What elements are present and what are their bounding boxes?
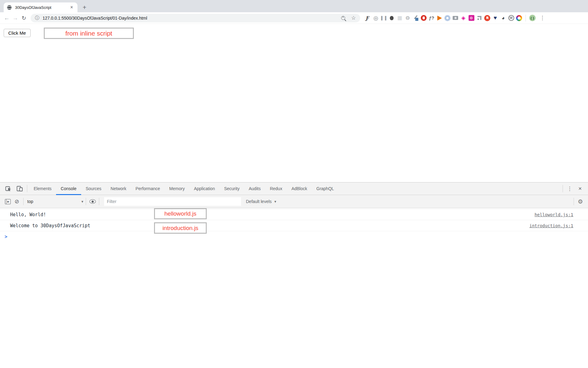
address-bar[interactable]: ⓘ 127.0.0.1:5500/30DaysOfJavaScript/01-D…: [31, 14, 360, 22]
browser-toolbar: ← → ↻ ⓘ 127.0.0.1:5500/30DaysOfJavaScrip…: [0, 12, 588, 24]
site-info-icon[interactable]: ⓘ: [35, 15, 39, 21]
w-circle-extension-icon[interactable]: W: [507, 14, 515, 22]
tab-memory[interactable]: Memory: [165, 182, 190, 195]
code-brackets-extension-icon[interactable]: ⊝: [404, 14, 412, 22]
bug-extension-icon[interactable]: [388, 14, 396, 22]
devtools-menu-icon[interactable]: ⋮: [565, 186, 575, 192]
toolbar-separator: [574, 198, 574, 205]
context-selector-value: top: [27, 199, 33, 204]
globe-favicon-icon: [7, 5, 12, 10]
zoom-icon[interactable]: [341, 16, 345, 20]
url-text[interactable]: 127.0.0.1:5500/30DaysOfJavaScript/01-Day…: [43, 16, 341, 21]
tab-redux[interactable]: Redux: [265, 182, 287, 195]
color-ring-extension-icon[interactable]: [515, 14, 523, 22]
stop-hand-extension-icon[interactable]: [420, 14, 428, 22]
graphql-playground-extension-icon[interactable]: ◈: [459, 14, 467, 22]
new-tab-button[interactable]: +: [80, 3, 89, 12]
tab-security[interactable]: Security: [220, 182, 244, 195]
console-message-text: Hello, World!: [10, 212, 46, 217]
context-selector[interactable]: top ▼: [27, 199, 84, 204]
tab-title: 30DaysOfJavaScript: [15, 5, 69, 10]
device-toolbar-icon[interactable]: [14, 184, 25, 194]
console-output: Hello, World! helloworld.js:1 Welcome to…: [0, 208, 588, 240]
megaphone-extension-icon[interactable]: [435, 14, 443, 22]
browser-tab[interactable]: 30DaysOfJavaScript ×: [4, 2, 77, 12]
clear-console-icon[interactable]: ⊘: [12, 197, 21, 206]
log-levels-dropdown[interactable]: Default levels ▼: [246, 199, 277, 204]
color-picker-extension-icon[interactable]: [412, 14, 420, 22]
forward-icon[interactable]: →: [11, 14, 20, 22]
json-viewer-extension-icon[interactable]: { }: [528, 14, 536, 22]
toolbar-separator: [99, 198, 99, 205]
camera-extension-icon[interactable]: [451, 14, 459, 22]
source-link[interactable]: helloworld.js:1: [535, 212, 573, 217]
tab-performance[interactable]: Performance: [131, 182, 164, 195]
heart-search-extension-icon[interactable]: ♥: [491, 14, 499, 22]
console-prompt-chevron[interactable]: >: [0, 231, 588, 240]
live-expression-eye-icon[interactable]: [88, 197, 97, 206]
tab-audits[interactable]: Audits: [244, 182, 265, 195]
ghostery-extension-icon[interactable]: ◕: [499, 14, 507, 22]
tab-application[interactable]: Application: [189, 182, 220, 195]
tab-sources[interactable]: Sources: [81, 182, 106, 195]
columns-extension-icon[interactable]: ▌▐: [380, 14, 388, 22]
function-help-extension-icon[interactable]: ƒ?: [428, 14, 435, 22]
console-message-row: Hello, World! helloworld.js:1: [0, 209, 588, 220]
toolbar-separator: [23, 198, 24, 205]
devtools-separator: [563, 185, 563, 192]
chevron-down-icon: ▼: [274, 200, 277, 203]
tab-close-icon[interactable]: ×: [69, 5, 74, 10]
inline-script-annotation: from inline script: [44, 28, 134, 39]
console-filter-input[interactable]: [104, 197, 241, 206]
grid-extension-icon[interactable]: ▦: [396, 14, 404, 22]
back-icon[interactable]: ←: [2, 14, 11, 22]
console-message-text: Welcome to 30DaysOfJavaScript: [10, 223, 90, 228]
browser-tab-strip: 30DaysOfJavaScript × +: [0, 0, 588, 12]
inspect-element-icon[interactable]: [3, 184, 14, 194]
font-swap-extension-icon[interactable]: Ƒ: [364, 14, 372, 22]
bookmark-circle-extension-icon[interactable]: [483, 14, 491, 22]
click-me-button[interactable]: Click Me: [4, 29, 31, 37]
browser-menu-icon[interactable]: ⋮: [539, 15, 546, 21]
tab-network[interactable]: Network: [106, 182, 131, 195]
source-link[interactable]: introduction.js:1: [530, 223, 573, 228]
console-settings-gear-icon[interactable]: ⚙: [576, 197, 585, 206]
web-page: Click Me from inline script: [0, 24, 588, 182]
devtools-separator: [27, 185, 27, 192]
tab-elements[interactable]: Elements: [29, 182, 56, 195]
swirl-extension-icon[interactable]: [443, 14, 451, 22]
redux-extension-icon[interactable]: ⚙: [467, 14, 475, 22]
devtools-panel: Elements Console Sources Network Perform…: [0, 182, 588, 240]
console-toolbar: ▶ ⊘ top ▼ Default levels ▼ ⚙: [0, 195, 588, 208]
console-sidebar-toggle-icon[interactable]: ▶: [3, 197, 12, 206]
tab-console[interactable]: Console: [56, 182, 81, 195]
helloworld-annotation: helloworld.js: [154, 208, 207, 219]
reload-icon[interactable]: ↻: [20, 14, 28, 22]
orbit-extension-icon[interactable]: ◎: [372, 14, 380, 22]
toolbar-separator: [86, 198, 86, 205]
tab-graphql[interactable]: GraphQL: [312, 182, 339, 195]
extension-bar: Ƒ ◎ ▌▐ ▦ ⊝ ƒ? ◈ ⚙ ♥ ◕ W { }: [364, 14, 536, 22]
introduction-annotation: introduction.js: [154, 222, 207, 234]
console-message-row: Welcome to 30DaysOfJavaScript introducti…: [0, 220, 588, 231]
devtools-tab-bar: Elements Console Sources Network Perform…: [0, 182, 588, 195]
corner-arrows-extension-icon[interactable]: [475, 14, 483, 22]
extension-separator: [526, 15, 526, 21]
devtools-close-icon[interactable]: ×: [575, 185, 586, 192]
tab-adblock[interactable]: AdBlock: [287, 182, 312, 195]
chevron-down-icon: ▼: [81, 200, 84, 203]
bookmark-star-icon[interactable]: ☆: [351, 15, 356, 21]
